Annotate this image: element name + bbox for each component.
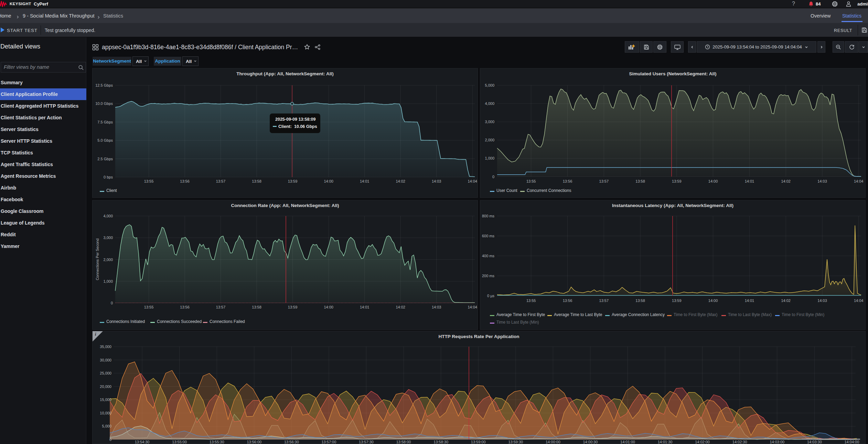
svg-text:13:56: 13:56 (180, 179, 190, 183)
svg-text:13:57: 13:57 (216, 305, 226, 309)
svg-text:2,000: 2,000 (485, 138, 494, 142)
svg-text:20,000: 20,000 (100, 385, 111, 389)
svg-text:14:00: 14:00 (324, 305, 333, 309)
svg-text:14:04: 14:04 (854, 179, 864, 183)
svg-text:14:02:30: 14:02:30 (732, 440, 747, 444)
svg-text:13:59: 13:59 (672, 179, 682, 183)
svg-text:4,000: 4,000 (103, 214, 113, 218)
svg-text:0 bps: 0 bps (104, 175, 113, 179)
svg-text:13:59:00: 13:59:00 (471, 440, 486, 444)
svg-text:13:55:00: 13:55:00 (172, 440, 187, 444)
svg-text:13:56:30: 13:56:30 (284, 440, 299, 444)
svg-text:14:03:30: 14:03:30 (807, 440, 822, 444)
svg-text:3,000: 3,000 (485, 120, 494, 124)
svg-text:13:58: 13:58 (252, 179, 261, 183)
svg-text:13:59: 13:59 (288, 179, 298, 183)
svg-text:14:03: 14:03 (432, 305, 441, 309)
svg-text:14:03: 14:03 (432, 179, 441, 183)
svg-text:14:01: 14:01 (745, 299, 754, 303)
svg-text:0 µs: 0 µs (487, 294, 495, 298)
svg-text:14:00: 14:00 (708, 179, 718, 183)
svg-text:14:03:00: 14:03:00 (770, 440, 784, 444)
svg-text:3,000: 3,000 (103, 236, 113, 240)
svg-text:13:57: 13:57 (599, 179, 609, 183)
svg-text:14:00:00: 14:00:00 (546, 440, 560, 444)
svg-text:13:55: 13:55 (526, 299, 536, 303)
svg-text:10,000: 10,000 (100, 411, 111, 415)
svg-text:1,000: 1,000 (103, 279, 113, 283)
svg-text:13:57: 13:57 (216, 179, 226, 183)
svg-text:14:02: 14:02 (781, 179, 791, 183)
svg-text:13:58:30: 13:58:30 (433, 440, 448, 444)
svg-text:0: 0 (111, 301, 113, 305)
svg-text:4,000: 4,000 (485, 101, 494, 106)
svg-text:13:56: 13:56 (563, 179, 572, 183)
svg-text:14:00: 14:00 (708, 299, 718, 303)
svg-text:13:59: 13:59 (672, 299, 682, 303)
svg-text:25,000: 25,000 (100, 371, 111, 375)
svg-text:1,000: 1,000 (485, 156, 494, 160)
svg-text:5.0 Gbps: 5.0 Gbps (97, 138, 113, 142)
svg-text:13:56: 13:56 (563, 299, 572, 303)
svg-text:14:02: 14:02 (396, 179, 405, 183)
svg-text:10.0 Gbps: 10.0 Gbps (95, 101, 113, 106)
svg-text:14:01:30: 14:01:30 (658, 440, 673, 444)
svg-text:Connections Per Second: Connections Per Second (95, 238, 99, 280)
svg-text:200 ms: 200 ms (482, 274, 495, 278)
svg-text:14:01: 14:01 (360, 305, 369, 309)
svg-text:13:58: 13:58 (635, 179, 645, 183)
svg-text:35,000: 35,000 (100, 345, 111, 349)
svg-text:14:02:00: 14:02:00 (695, 440, 710, 444)
svg-text:13:59:30: 13:59:30 (508, 440, 523, 444)
svg-text:Client:: Client: (278, 124, 292, 129)
svg-text:14:04: 14:04 (854, 299, 864, 303)
svg-text:14:04:00: 14:04:00 (844, 440, 859, 444)
svg-text:14:01: 14:01 (360, 179, 369, 183)
svg-text:7.5 Gbps: 7.5 Gbps (97, 120, 113, 124)
svg-text:30,000: 30,000 (100, 358, 111, 362)
svg-text:13:55: 13:55 (144, 305, 154, 309)
svg-text:13:57:30: 13:57:30 (359, 440, 374, 444)
svg-text:13:58:00: 13:58:00 (396, 440, 411, 444)
svg-text:13:57: 13:57 (599, 299, 609, 303)
svg-text:14:01:00: 14:01:00 (620, 440, 635, 444)
svg-text:0: 0 (492, 175, 494, 179)
svg-text:13:55:30: 13:55:30 (210, 440, 224, 444)
svg-text:14:00: 14:00 (324, 179, 333, 183)
svg-text:600 ms: 600 ms (482, 234, 495, 238)
svg-text:14:03: 14:03 (817, 179, 827, 183)
svg-text:2,000: 2,000 (103, 258, 113, 262)
svg-text:13:58: 13:58 (635, 299, 645, 303)
svg-text:14:04: 14:04 (468, 179, 477, 183)
svg-text:14:02: 14:02 (781, 299, 791, 303)
svg-text:12.5 Gbps: 12.5 Gbps (95, 83, 113, 87)
svg-text:13:59: 13:59 (288, 305, 298, 309)
svg-text:13:58: 13:58 (252, 305, 261, 309)
svg-text:800 ms: 800 ms (482, 214, 495, 218)
svg-text:14:03: 14:03 (817, 299, 827, 303)
svg-text:13:55: 13:55 (144, 179, 154, 183)
svg-text:13:56:00: 13:56:00 (247, 440, 261, 444)
svg-text:5,000: 5,000 (102, 424, 111, 428)
svg-text:14:02: 14:02 (396, 305, 405, 309)
svg-text:14:00:30: 14:00:30 (583, 440, 598, 444)
svg-text:0: 0 (109, 437, 111, 442)
svg-text:2025-09-09 13:58:09: 2025-09-09 13:58:09 (275, 117, 315, 122)
svg-text:15,000: 15,000 (100, 398, 111, 402)
svg-text:14:01: 14:01 (745, 179, 754, 183)
svg-text:13:57:00: 13:57:00 (321, 440, 336, 444)
svg-text:400 ms: 400 ms (482, 254, 495, 258)
svg-text:13:56: 13:56 (180, 305, 190, 309)
svg-text:2.5 Gbps: 2.5 Gbps (97, 157, 113, 161)
svg-text:5,000: 5,000 (485, 83, 494, 87)
svg-text:13:54:30: 13:54:30 (135, 440, 150, 444)
svg-text:10.06 Gbps: 10.06 Gbps (294, 124, 317, 129)
svg-text:14:04: 14:04 (468, 305, 477, 309)
svg-text:13:55: 13:55 (526, 179, 536, 183)
